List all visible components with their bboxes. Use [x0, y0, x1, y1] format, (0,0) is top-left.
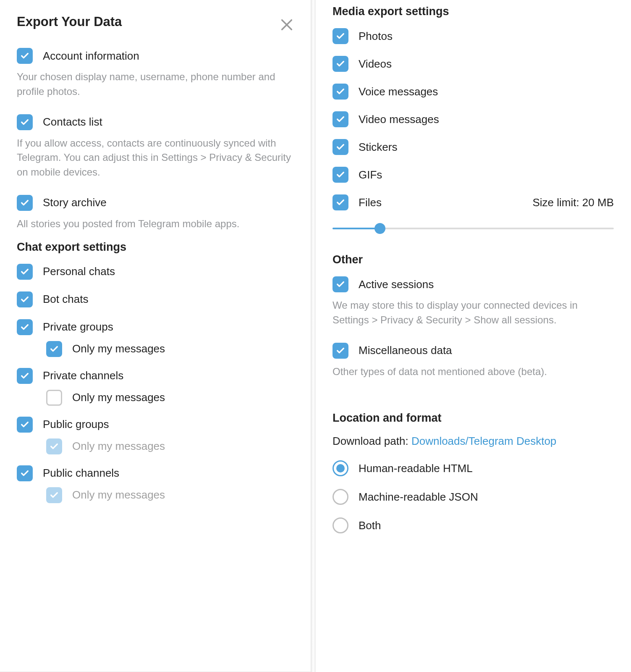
stickers-checkbox[interactable] [333, 139, 348, 155]
gifs-row[interactable]: GIFs [333, 167, 614, 183]
voice-checkbox[interactable] [333, 84, 348, 100]
sessions-row[interactable]: Active sessions [333, 276, 614, 292]
private-groups-only-checkbox[interactable] [46, 341, 62, 357]
public-channels-row[interactable]: Public channels [17, 465, 294, 481]
private-channels-row[interactable]: Private channels [17, 368, 294, 384]
check-icon [336, 346, 345, 355]
personal-chats-checkbox[interactable] [17, 264, 33, 280]
format-both-row[interactable]: Both [333, 517, 614, 533]
download-path-row: Download path: Downloads/Telegram Deskto… [333, 435, 614, 448]
sessions-desc: We may store this to display your connec… [333, 298, 614, 328]
slider-fill [333, 228, 380, 229]
format-html-label[interactable]: Human-readable HTML [359, 462, 473, 475]
contacts-desc: If you allow access, contacts are contin… [17, 136, 294, 180]
photos-checkbox[interactable] [333, 28, 348, 44]
bot-chats-row[interactable]: Bot chats [17, 291, 294, 307]
account-info-row[interactable]: Account information [17, 48, 294, 64]
public-groups-row[interactable]: Public groups [17, 417, 294, 433]
contacts-label[interactable]: Contacts list [43, 116, 102, 129]
bot-chats-label[interactable]: Bot chats [43, 293, 88, 306]
voice-row[interactable]: Voice messages [333, 84, 614, 100]
contacts-row[interactable]: Contacts list [17, 114, 294, 130]
format-json-radio[interactable] [333, 489, 348, 505]
bot-chats-checkbox[interactable] [17, 291, 33, 307]
story-checkbox[interactable] [17, 195, 33, 211]
slider-thumb[interactable] [374, 223, 385, 234]
download-path-label: Download path: [333, 435, 411, 447]
gifs-checkbox[interactable] [333, 167, 348, 183]
close-icon [280, 18, 294, 32]
public-groups-checkbox[interactable] [17, 417, 33, 433]
private-groups-checkbox[interactable] [17, 319, 33, 335]
check-icon [20, 323, 29, 332]
files-row[interactable]: Files Size limit: 20 MB [333, 194, 614, 210]
other-heading: Other [333, 253, 614, 266]
misc-row[interactable]: Miscellaneous data [333, 343, 614, 359]
photos-label[interactable]: Photos [359, 30, 393, 43]
check-icon [20, 295, 29, 304]
videos-checkbox[interactable] [333, 56, 348, 72]
account-info-desc: Your chosen display name, username, phon… [17, 70, 294, 99]
sessions-checkbox[interactable] [333, 276, 348, 292]
account-info-checkbox[interactable] [17, 48, 33, 64]
check-icon [20, 420, 29, 429]
media-settings-heading: Media export settings [333, 5, 614, 18]
left-panel: Export Your Data Account information You… [0, 0, 311, 672]
story-row[interactable]: Story archive [17, 195, 294, 211]
public-channels-checkbox[interactable] [17, 465, 33, 481]
video-msgs-label[interactable]: Video messages [359, 113, 439, 126]
private-channels-only-checkbox[interactable] [46, 390, 62, 406]
check-icon [50, 491, 59, 500]
stickers-row[interactable]: Stickers [333, 139, 614, 155]
check-icon [20, 469, 29, 478]
private-groups-only-label[interactable]: Only my messages [72, 342, 165, 355]
public-groups-only-checkbox [46, 438, 62, 454]
video-msgs-checkbox[interactable] [333, 111, 348, 127]
private-channels-only-label[interactable]: Only my messages [72, 391, 165, 404]
private-groups-label[interactable]: Private groups [43, 320, 113, 333]
format-html-radio[interactable] [333, 460, 348, 476]
personal-chats-row[interactable]: Personal chats [17, 264, 294, 280]
videos-row[interactable]: Videos [333, 56, 614, 72]
contacts-checkbox[interactable] [17, 114, 33, 130]
public-groups-only-row: Only my messages [46, 438, 294, 454]
videos-label[interactable]: Videos [359, 58, 392, 71]
files-size-limit: Size limit: 20 MB [532, 196, 614, 209]
private-groups-row[interactable]: Private groups [17, 319, 294, 335]
misc-desc: Other types of data not mentioned above … [333, 365, 614, 379]
sessions-label[interactable]: Active sessions [359, 278, 434, 291]
private-channels-label[interactable]: Private channels [43, 369, 123, 382]
files-checkbox[interactable] [333, 194, 348, 210]
private-channels-checkbox[interactable] [17, 368, 33, 384]
private-channels-only-row[interactable]: Only my messages [46, 390, 294, 406]
check-icon [20, 371, 29, 381]
dialog-title: Export Your Data [17, 14, 294, 29]
stickers-label[interactable]: Stickers [359, 141, 397, 154]
download-path-link[interactable]: Downloads/Telegram Desktop [411, 435, 556, 447]
check-icon [336, 142, 345, 152]
personal-chats-label[interactable]: Personal chats [43, 265, 115, 278]
account-info-label[interactable]: Account information [43, 50, 139, 63]
misc-checkbox[interactable] [333, 343, 348, 359]
format-both-label[interactable]: Both [359, 519, 381, 532]
close-button[interactable] [280, 18, 294, 32]
story-label[interactable]: Story archive [43, 196, 107, 209]
public-groups-label[interactable]: Public groups [43, 418, 109, 431]
private-groups-only-row[interactable]: Only my messages [46, 341, 294, 357]
voice-label[interactable]: Voice messages [359, 85, 438, 98]
public-channels-label[interactable]: Public channels [43, 467, 119, 480]
public-groups-only-label: Only my messages [72, 440, 165, 453]
format-both-radio[interactable] [333, 517, 348, 533]
video-msgs-row[interactable]: Video messages [333, 111, 614, 127]
gifs-label[interactable]: GIFs [359, 168, 382, 181]
size-limit-slider[interactable] [333, 222, 614, 235]
photos-row[interactable]: Photos [333, 28, 614, 44]
misc-label[interactable]: Miscellaneous data [359, 344, 452, 357]
public-channels-only-row: Only my messages [46, 487, 294, 503]
files-label[interactable]: Files [359, 196, 382, 209]
format-json-label[interactable]: Machine-readable JSON [359, 491, 478, 504]
radio-dot-icon [336, 464, 345, 472]
check-icon [336, 170, 345, 179]
format-json-row[interactable]: Machine-readable JSON [333, 489, 614, 505]
format-html-row[interactable]: Human-readable HTML [333, 460, 614, 476]
